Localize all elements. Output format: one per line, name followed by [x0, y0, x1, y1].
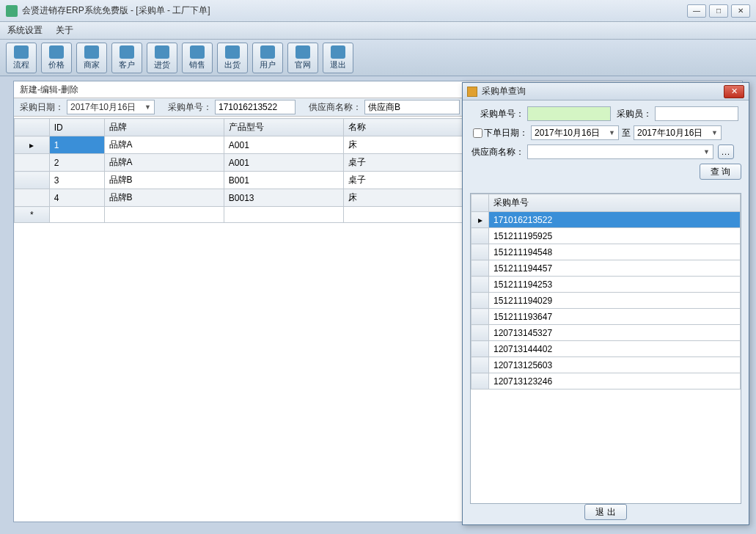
toolbar-merchant[interactable]: 商家 — [76, 43, 107, 73]
list-item[interactable]: 151211193647 — [471, 309, 741, 325]
toolbar-user[interactable]: 用户 — [252, 43, 283, 73]
menu-about[interactable]: 关于 — [56, 24, 73, 37]
toolbar-ship[interactable]: 出货 — [217, 43, 248, 73]
minimize-button[interactable]: — — [687, 4, 706, 18]
chevron-down-icon: ▼ — [703, 148, 710, 156]
chevron-down-icon: ▼ — [144, 103, 151, 111]
label-dlg-buyer: 采购员： — [611, 108, 652, 120]
chevron-down-icon: ▼ — [711, 129, 718, 136]
app-icon — [6, 5, 18, 17]
dlg-buyer-input[interactable] — [655, 106, 738, 121]
list-item[interactable]: 120713123246 — [471, 373, 741, 389]
dlg-date-checkbox[interactable] — [473, 128, 482, 138]
supplier-input[interactable] — [364, 100, 460, 114]
customer-icon — [120, 45, 134, 59]
label-order-no: 采购单号： — [168, 101, 212, 114]
purchase-date-select[interactable]: 2017年10月16日▼ — [67, 100, 155, 114]
dlg-date-to[interactable]: 2017年10月16日▼ — [634, 125, 722, 140]
label-dlg-order: 采购单号： — [470, 108, 524, 120]
list-item[interactable]: 151211195925 — [471, 228, 741, 244]
window-titlebar: 会贤进销存ERP系统免费版 - [采购单 - 工厂下单] — □ ✕ — [0, 0, 756, 22]
dlg-grid-header: 采购单号 — [471, 194, 741, 212]
list-item[interactable]: 120713145327 — [471, 325, 741, 341]
dlg-query-button[interactable]: 查 询 — [700, 164, 741, 180]
ship-icon — [225, 45, 240, 59]
toolbar-website[interactable]: 官网 — [287, 43, 318, 73]
dlg-supplier-select[interactable]: ▼ — [527, 145, 713, 159]
close-button[interactable]: ✕ — [731, 4, 750, 18]
user-icon — [260, 45, 275, 59]
dialog-title: 采购单查询 — [482, 85, 526, 98]
toolbar-purchase[interactable]: 进货 — [147, 43, 177, 73]
menu-settings[interactable]: 系统设置 — [7, 24, 43, 37]
toolbar: 流程 价格 商家 客户 进货 销售 出货 用户 官网 退出 — [0, 40, 756, 76]
op-edit[interactable]: 编辑 — [40, 84, 58, 96]
toolbar-price[interactable]: 价格 — [41, 43, 72, 73]
toolbar-exit[interactable]: 退出 — [323, 43, 353, 73]
order-no-input[interactable] — [215, 100, 296, 114]
label-supplier: 供应商名称： — [309, 101, 362, 114]
query-dialog: 采购单查询 ✕ 采购单号： 采购员： 下单日期： 2017年10月16日▼ 至 … — [462, 82, 749, 525]
toolbar-customer[interactable]: 客户 — [111, 43, 142, 73]
op-new[interactable]: 新建 — [20, 84, 37, 96]
dialog-titlebar: 采购单查询 ✕ — [463, 83, 749, 100]
toolbar-sales[interactable]: 销售 — [182, 43, 213, 73]
dialog-form: 采购单号： 采购员： 下单日期： 2017年10月16日▼ 至 2017年10月… — [463, 100, 749, 190]
dlg-order-input[interactable] — [527, 106, 611, 121]
label-purchase-date: 采购日期： — [20, 101, 64, 114]
chevron-down-icon: ▼ — [609, 129, 615, 136]
list-item[interactable]: 151211194029 — [471, 293, 741, 309]
label-to: 至 — [619, 127, 634, 139]
dialog-icon — [467, 87, 477, 97]
list-item[interactable]: 151211194253 — [471, 277, 741, 293]
sales-icon — [190, 45, 205, 59]
dlg-exit-button[interactable]: 退 出 — [584, 504, 626, 520]
price-icon — [49, 45, 64, 59]
menubar: 系统设置 关于 — [0, 22, 756, 40]
list-item[interactable]: ▸171016213522 — [471, 212, 741, 228]
maximize-button[interactable]: □ — [709, 4, 728, 18]
list-item[interactable]: 151211194548 — [471, 244, 741, 260]
list-item[interactable]: 151211194457 — [471, 260, 741, 277]
website-icon — [296, 45, 310, 59]
dialog-close-button[interactable]: ✕ — [724, 85, 744, 98]
flow-icon — [14, 45, 29, 59]
op-delete[interactable]: 删除 — [61, 84, 78, 96]
dialog-grid[interactable]: 采购单号 ▸171016213522 151211195925 15121119… — [470, 193, 741, 504]
label-dlg-date: 下单日期： — [484, 127, 528, 139]
exit-icon — [331, 45, 345, 59]
dialog-footer: 退 出 — [463, 504, 749, 520]
label-dlg-supplier: 供应商名称： — [470, 146, 524, 158]
merchant-icon — [84, 45, 99, 59]
list-item[interactable]: 120713144402 — [471, 341, 741, 357]
dlg-date-from[interactable]: 2017年10月16日▼ — [531, 125, 619, 140]
list-item[interactable]: 120713125603 — [471, 357, 741, 373]
toolbar-flow[interactable]: 流程 — [6, 43, 37, 73]
window-title: 会贤进销存ERP系统免费版 - [采购单 - 工厂下单] — [22, 4, 210, 17]
purchase-icon — [155, 45, 169, 59]
dlg-supplier-more-button[interactable]: ... — [718, 145, 734, 159]
